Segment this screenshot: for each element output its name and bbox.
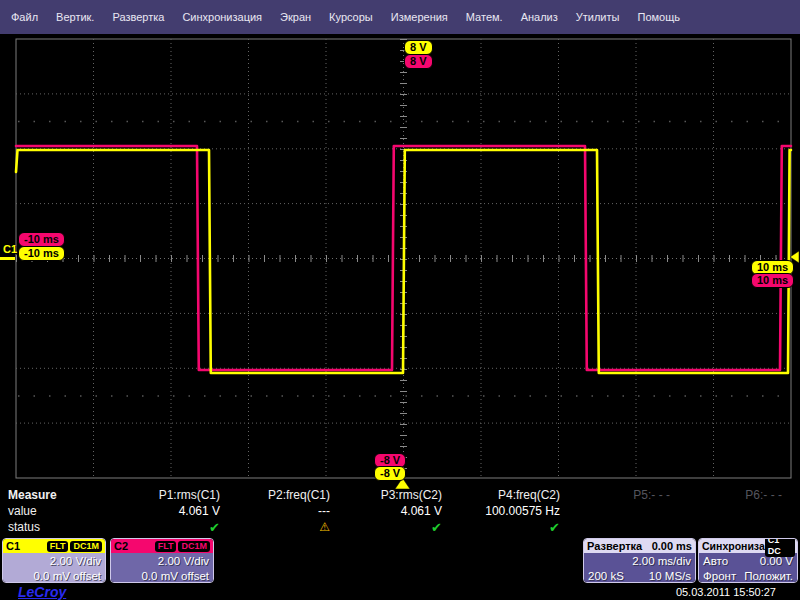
cursor-right-c2-label[interactable]: 10 ms (751, 273, 794, 288)
menu-math[interactable]: Матем. (457, 11, 512, 23)
menu-utilities[interactable]: Утилиты (567, 11, 629, 23)
measure-value-p1: 4.061 V (86, 504, 230, 518)
c1-axis-label: C1 (3, 243, 17, 255)
lecroy-logo: LeCroy (18, 585, 66, 599)
timebase-sample-rate: 10 MS/s (649, 570, 691, 582)
channel-c2-descriptor[interactable]: C2 FLT DC1M 2.00 V/div 0.0 mV offset (110, 538, 214, 583)
measure-header-p6[interactable]: P6:- - - (680, 488, 792, 502)
c1-filter-badge: FLT (47, 541, 69, 552)
trigger-title: Синхрониза (702, 540, 765, 552)
menu-display[interactable]: Экран (271, 11, 320, 23)
status-ok-icon-p1: ✔ (86, 521, 230, 534)
measure-value-p3: 4.061 V (340, 504, 452, 518)
menu-analysis[interactable]: Анализ (512, 11, 567, 23)
c1-coupling-badge: DC1M (70, 541, 102, 552)
channel-c1-descriptor[interactable]: C1 FLT DC1M 2.00 V/div 0.0 mV offset (2, 538, 106, 583)
measure-header-p3[interactable]: P3:rms(C2) (340, 488, 452, 502)
cursor-bottom-c1-label[interactable]: -8 V (374, 466, 406, 481)
trigger-source-badge: C1 DC (765, 538, 795, 557)
menu-timebase[interactable]: Развертка (103, 11, 173, 23)
timebase-title: Развертка (587, 540, 642, 552)
status-warning-icon-p2: ⚠ (230, 521, 340, 534)
menu-help[interactable]: Помощь (628, 11, 689, 23)
trigger-mode: Авто (703, 555, 728, 567)
c2-id-label: C2 (114, 540, 128, 552)
measure-row-status: status (0, 520, 86, 534)
cursor-left-c2-label[interactable]: -10 ms (18, 232, 65, 247)
c1-offset-value: 0.0 mV offset (7, 570, 101, 582)
c2-filter-badge: FLT (155, 541, 177, 552)
status-ok-icon-p4: ✔ (452, 521, 570, 534)
c1-trace (16, 150, 791, 373)
trigger-type: Фронт (703, 570, 736, 582)
cursor-left-c1-label[interactable]: -10 ms (18, 246, 65, 261)
c1-vdiv-value: 2.00 V/div (7, 555, 101, 567)
trigger-level: 0.00 V (760, 555, 793, 567)
timebase-delay: 0.00 ms (652, 540, 692, 552)
timebase-scale: 2.00 ms/div (588, 555, 691, 567)
trigger-slope: Положит. (744, 570, 793, 582)
menu-vertical[interactable]: Вертик. (47, 11, 103, 23)
c1-id-label: C1 (6, 540, 20, 552)
menu-measure[interactable]: Измерения (382, 11, 457, 23)
timebase-samples: 200 kS (588, 570, 624, 582)
cursor-top-c1-label[interactable]: 8 V (404, 40, 433, 55)
c2-coupling-badge: DC1M (178, 541, 210, 552)
measure-value-p2: --- (230, 504, 340, 518)
measure-header-p5[interactable]: P5:- - - (570, 488, 680, 502)
c2-vdiv-value: 2.00 V/div (115, 555, 209, 567)
menu-cursors[interactable]: Курсоры (320, 11, 382, 23)
measure-row-value: value (0, 504, 86, 518)
measure-header-p2[interactable]: P2:freq(C1) (230, 488, 340, 502)
datetime-stamp: 05.03.2011 15:50:27 (676, 586, 776, 598)
measure-table: Measure P1:rms(C1) P2:freq(C1) P3:rms(C2… (0, 487, 800, 537)
measure-row-title: Measure (0, 488, 86, 502)
c2-offset-value: 0.0 mV offset (115, 570, 209, 582)
trigger-descriptor[interactable]: Синхрониза C1 DC Авто 0.00 V Фронт Полож… (698, 538, 798, 583)
c1-ground-marker[interactable] (0, 257, 15, 260)
timebase-descriptor[interactable]: Развертка 0.00 ms 2.00 ms/div 200 kS 10 … (583, 538, 696, 583)
menu-trigger[interactable]: Синхронизация (173, 11, 271, 23)
measure-header-p1[interactable]: P1:rms(C1) (86, 488, 230, 502)
menu-bar: Файл Вертик. Развертка Синхронизация Экр… (0, 0, 800, 34)
cursor-top-c2-label[interactable]: 8 V (404, 54, 433, 69)
menu-file[interactable]: Файл (2, 11, 47, 23)
status-ok-icon-p3: ✔ (340, 521, 452, 534)
measure-value-p4: 100.00575 Hz (452, 504, 570, 518)
measure-header-p4[interactable]: P4:freq(C2) (452, 488, 570, 502)
status-bar: LeCroy 05.03.2011 15:50:27 (0, 584, 800, 600)
